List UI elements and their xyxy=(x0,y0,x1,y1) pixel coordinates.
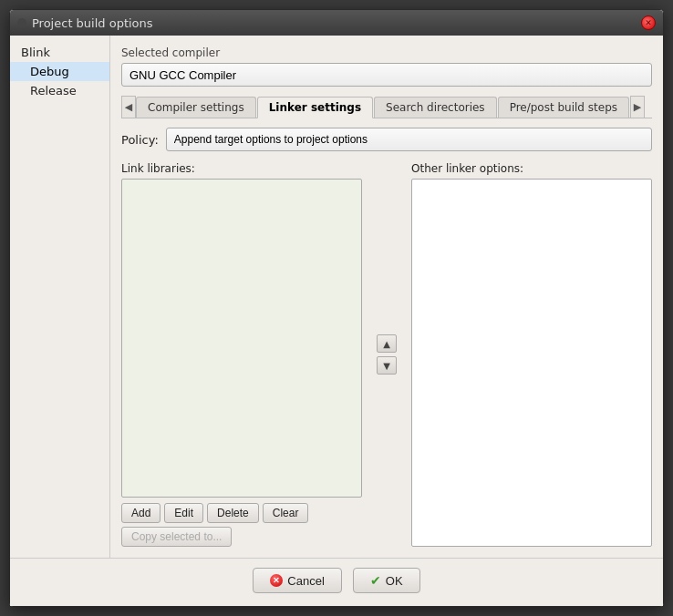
sidebar-item-debug[interactable]: Debug xyxy=(10,62,109,81)
sidebar-item-release[interactable]: Release xyxy=(10,81,109,100)
link-libraries-list[interactable] xyxy=(121,179,362,498)
ok-button[interactable]: ✔ OK xyxy=(353,568,420,593)
compiler-select[interactable]: GNU GCC Compiler xyxy=(121,63,652,87)
policy-label: Policy: xyxy=(121,133,159,147)
edit-button[interactable]: Edit xyxy=(164,503,203,523)
right-panel: Other linker options: xyxy=(411,162,652,547)
sidebar: Blink Debug Release xyxy=(10,36,110,558)
tab-left-arrow[interactable]: ◀ xyxy=(121,96,136,118)
window-body: Blink Debug Release Selected compiler GN… xyxy=(10,36,663,558)
policy-row: Policy: Append target options to project… xyxy=(121,128,652,151)
transfer-up-button[interactable]: ▲ xyxy=(377,334,397,353)
tabs-bar: ◀ Compiler settings Linker settings Sear… xyxy=(121,96,652,118)
sidebar-item-blink[interactable]: Blink xyxy=(10,43,109,62)
other-linker-list[interactable] xyxy=(411,179,652,547)
copy-btn-row: Copy selected to... xyxy=(121,527,362,547)
tab-compiler-settings[interactable]: Compiler settings xyxy=(136,97,256,118)
selected-compiler-label: Selected compiler xyxy=(121,46,652,59)
window-title: Project build options xyxy=(32,16,153,30)
compiler-select-wrap: GNU GCC Compiler xyxy=(121,63,652,87)
tab-right-arrow[interactable]: ▶ xyxy=(630,96,645,118)
other-linker-label: Other linker options: xyxy=(411,162,652,175)
tab-search-directories[interactable]: Search directories xyxy=(374,97,497,118)
titlebar-left: Project build options xyxy=(17,16,153,30)
cancel-label: Cancel xyxy=(287,574,324,588)
titlebar: Project build options ✕ xyxy=(10,10,663,36)
compiler-section: Selected compiler GNU GCC Compiler xyxy=(121,46,652,87)
transfer-down-button[interactable]: ▼ xyxy=(377,356,397,375)
cancel-button[interactable]: ✕ Cancel xyxy=(253,568,341,593)
close-button[interactable]: ✕ xyxy=(641,15,656,30)
add-button[interactable]: Add xyxy=(121,503,160,523)
panel-area: Link libraries: Add Edit Delete Clear Co… xyxy=(121,162,652,547)
policy-select[interactable]: Append target options to project options xyxy=(166,128,652,151)
footer: ✕ Cancel ✔ OK xyxy=(10,558,663,606)
ok-icon: ✔ xyxy=(370,573,381,588)
tab-pre-post-build[interactable]: Pre/post build steps xyxy=(498,97,629,118)
link-libraries-buttons: Add Edit Delete Clear xyxy=(121,503,362,523)
copy-selected-button[interactable]: Copy selected to... xyxy=(121,527,232,547)
left-panel: Link libraries: Add Edit Delete Clear Co… xyxy=(121,162,362,547)
main-window: Project build options ✕ Blink Debug Rele… xyxy=(9,9,664,607)
link-libraries-label: Link libraries: xyxy=(121,162,362,175)
cancel-icon: ✕ xyxy=(270,574,283,587)
delete-button[interactable]: Delete xyxy=(207,503,259,523)
policy-select-wrap: Append target options to project options xyxy=(166,128,652,151)
main-content: Selected compiler GNU GCC Compiler ◀ Com… xyxy=(110,36,663,558)
titlebar-dot xyxy=(17,18,26,27)
transfer-arrows: ▲ ▼ xyxy=(373,162,400,547)
ok-label: OK xyxy=(386,574,403,588)
clear-button[interactable]: Clear xyxy=(263,503,309,523)
tab-linker-settings[interactable]: Linker settings xyxy=(257,97,373,118)
